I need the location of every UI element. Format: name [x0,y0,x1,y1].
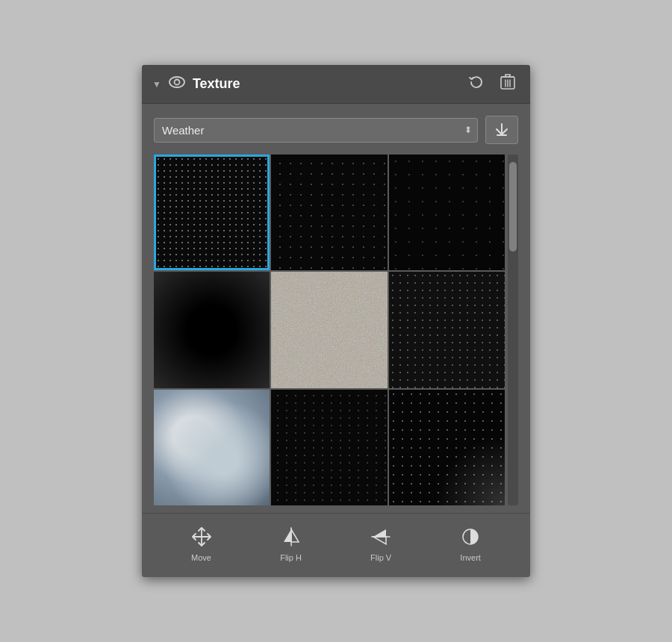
texture-category-wrapper: Weather Noise Clouds Stars Grunge [154,118,478,143]
svg-marker-17 [373,537,386,544]
texture-cell-6[interactable] [389,272,505,387]
panel-title: Texture [193,76,457,92]
texture-panel: ▼ Texture [142,65,530,577]
collapse-chevron-icon[interactable]: ▼ [152,79,161,90]
delete-button[interactable] [496,72,520,96]
panel-footer: Move Flip H Flip V [142,513,530,577]
svg-marker-13 [284,529,291,542]
flip-h-label: Flip H [280,553,302,562]
invert-icon [461,527,480,549]
move-label: Move [191,553,211,562]
panel-body: Weather Noise Clouds Stars Grunge [142,104,530,505]
flip-h-icon [281,527,301,549]
scrollbar[interactable] [508,155,518,505]
svg-marker-16 [373,529,386,537]
flip-v-label: Flip V [370,553,391,562]
texture-category-select[interactable]: Weather Noise Clouds Stars Grunge [154,118,478,143]
move-icon [192,527,211,549]
texture-cell-2[interactable] [271,155,387,270]
dropdown-row: Weather Noise Clouds Stars Grunge [154,116,518,144]
texture-cell-3[interactable] [389,155,505,270]
texture-cell-4[interactable] [154,272,270,387]
svg-point-1 [174,80,179,85]
svg-marker-14 [291,529,299,542]
visibility-eye-icon[interactable] [169,76,185,92]
invert-button[interactable]: Invert [449,523,491,567]
scrollbar-thumb[interactable] [509,162,517,252]
flip-v-icon [371,527,391,549]
panel-header: ▼ Texture [142,65,530,104]
svg-point-0 [169,77,184,87]
move-button[interactable]: Move [181,523,222,567]
flip-v-button[interactable]: Flip V [360,523,402,567]
flip-h-button[interactable]: Flip H [270,523,312,567]
reset-button[interactable] [464,73,488,95]
texture-grid-wrapper [154,155,518,505]
texture-cell-8[interactable] [271,390,387,505]
texture-cell-5[interactable] [271,272,387,387]
invert-label: Invert [460,553,481,562]
texture-grid [154,155,505,505]
texture-cell-9[interactable] [389,390,505,505]
import-button[interactable] [485,116,518,144]
texture-cell-1[interactable] [154,155,270,270]
texture-cell-7[interactable] [154,390,270,505]
